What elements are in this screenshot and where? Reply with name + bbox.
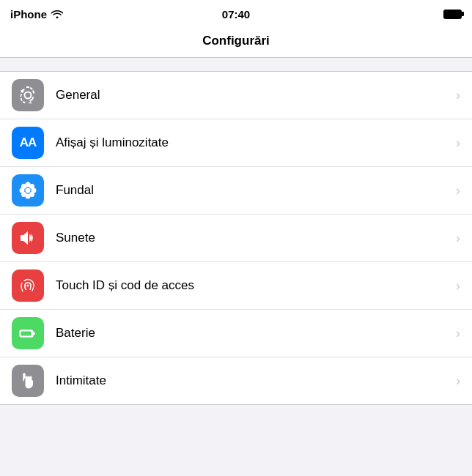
wifi-icon [51,8,63,21]
battery-row-icon [18,323,38,343]
gear-icon [18,85,38,105]
settings-row-general[interactable]: General › [0,72,472,119]
touchid-chevron: › [456,278,460,294]
display-icon-wrapper: AA [12,127,44,159]
svg-point-5 [21,184,26,189]
general-label: General [56,88,450,103]
general-chevron: › [456,88,460,103]
touchid-label: Touch ID și cod de acces [56,278,450,293]
wallpaper-label: Fundal [56,183,450,198]
device-name: iPhone [10,8,47,21]
privacy-label: Intimitate [56,373,450,388]
sound-icon [18,228,38,248]
touchid-icon-wrapper [12,269,44,302]
display-label: Afișaj și luminozitate [56,135,450,150]
svg-point-8 [29,192,34,197]
svg-point-0 [26,188,31,193]
flower-icon [18,180,38,201]
battery-chevron: › [456,326,460,341]
svg-point-6 [29,184,34,189]
settings-list: General › AA Afișaj și luminozitate › Fu… [0,71,472,405]
settings-row-privacy[interactable]: Intimitate › [0,357,472,404]
svg-point-9 [27,285,29,287]
battery-status-icon [443,10,462,19]
battery-label: Baterie [56,326,450,341]
page-title: Configurări [202,34,270,48]
aa-icon: AA [20,135,37,150]
settings-row-battery[interactable]: Baterie › [0,310,472,357]
svg-rect-12 [21,332,32,336]
settings-row-touchid[interactable]: Touch ID și cod de acces › [0,262,472,310]
clock: 07:40 [222,8,250,21]
general-icon-wrapper [12,79,44,111]
privacy-icon-wrapper [12,365,44,397]
wallpaper-icon-wrapper [12,174,44,207]
svg-rect-11 [33,332,35,335]
battery-icon-wrapper [12,317,44,349]
fingerprint-icon [18,275,38,296]
status-bar: iPhone 07:40 [0,0,472,26]
wallpaper-chevron: › [456,183,460,198]
sounds-chevron: › [456,231,460,246]
hand-icon [18,371,38,391]
svg-point-7 [21,192,26,197]
settings-row-display[interactable]: AA Afișaj și luminozitate › [0,119,472,167]
sounds-label: Sunete [56,231,450,245]
settings-row-sounds[interactable]: Sunete › [0,215,472,262]
sounds-icon-wrapper [12,222,44,254]
privacy-chevron: › [456,373,460,389]
settings-row-wallpaper[interactable]: Fundal › [0,167,472,215]
navigation-bar: Configurări [0,26,472,58]
display-chevron: › [456,135,460,151]
